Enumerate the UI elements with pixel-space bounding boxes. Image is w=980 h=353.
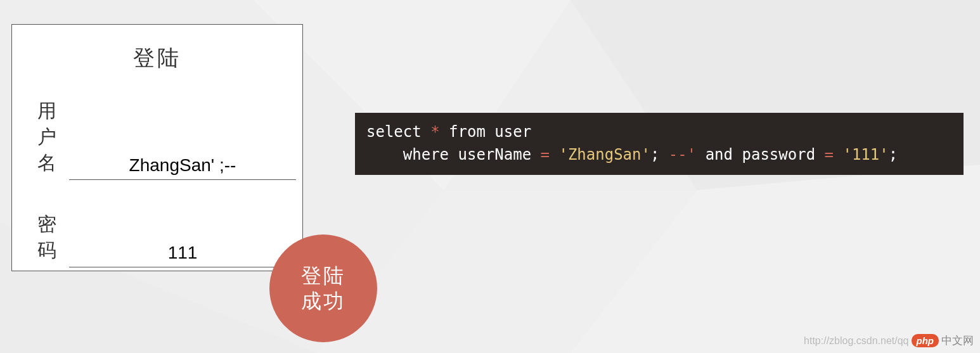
- col-username: userName: [458, 146, 532, 164]
- sql-table: user: [494, 123, 531, 141]
- login-success-badge: 登陆 成功: [269, 234, 377, 342]
- sql-star: *: [430, 123, 439, 141]
- username-input[interactable]: [69, 153, 296, 180]
- sql-code-block: select * from user where userName = 'Zha…: [355, 113, 964, 175]
- svg-marker-4: [571, 165, 980, 353]
- kw-where: where: [403, 146, 449, 164]
- watermark-pill: php: [912, 334, 939, 347]
- badge-line-1: 登陆: [301, 264, 345, 287]
- watermark-url: http://zblog.csdn.net/qq: [804, 335, 908, 347]
- username-row: 用户名: [37, 98, 277, 180]
- semi-2: ;: [889, 146, 898, 164]
- watermark-tail: 中文网: [941, 333, 974, 348]
- eq-2: =: [825, 146, 834, 164]
- semi-1: ;: [650, 146, 659, 164]
- val-password: '111': [842, 146, 888, 164]
- col-password: password: [742, 146, 815, 164]
- badge-line-2: 成功: [301, 290, 345, 312]
- password-input[interactable]: [69, 240, 296, 267]
- sql-comment: --': [669, 146, 696, 164]
- password-row: 密码: [37, 212, 277, 267]
- eq-1: =: [541, 146, 550, 164]
- kw-from: from: [449, 123, 486, 141]
- kw-and: and: [706, 146, 733, 164]
- val-username: 'ZhangSan': [558, 146, 650, 164]
- login-form: 登陆 用户名 密码: [11, 24, 303, 271]
- username-label: 用户名: [37, 98, 58, 180]
- kw-select: select: [366, 123, 422, 141]
- watermark: http://zblog.csdn.net/qq php 中文网: [804, 333, 974, 348]
- login-title: 登陆: [37, 44, 277, 73]
- password-label: 密码: [37, 212, 58, 267]
